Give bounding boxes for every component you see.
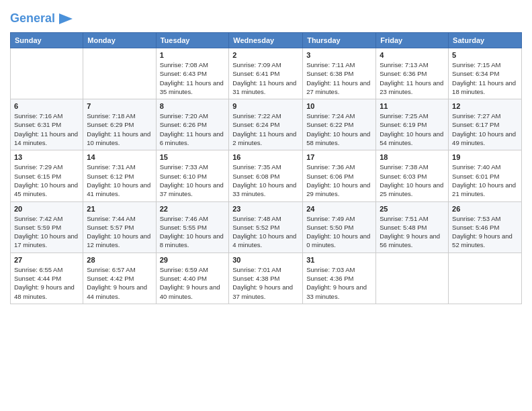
- day-info: Sunrise: 6:57 AM Sunset: 4:42 PM Dayligh…: [87, 265, 152, 301]
- day-info: Sunrise: 7:40 AM Sunset: 6:01 PM Dayligh…: [452, 163, 518, 198]
- calendar-cell: 17Sunrise: 7:36 AM Sunset: 6:06 PM Dayli…: [303, 150, 376, 201]
- day-info: Sunrise: 7:22 AM Sunset: 6:24 PM Dayligh…: [232, 111, 299, 147]
- day-info: Sunrise: 7:44 AM Sunset: 5:57 PM Dayligh…: [87, 214, 152, 250]
- calendar-cell: [376, 253, 449, 304]
- day-number: 20: [14, 205, 79, 213]
- calendar-cell: 25Sunrise: 7:51 AM Sunset: 5:48 PM Dayli…: [376, 201, 449, 253]
- day-number: 26: [452, 205, 518, 213]
- calendar-day-header: Monday: [83, 33, 156, 48]
- day-number: 4: [380, 51, 445, 59]
- day-info: Sunrise: 6:55 AM Sunset: 4:44 PM Dayligh…: [14, 265, 79, 301]
- calendar-cell: 26Sunrise: 7:53 AM Sunset: 5:46 PM Dayli…: [449, 201, 522, 253]
- calendar-cell: 12Sunrise: 7:27 AM Sunset: 6:17 PM Dayli…: [449, 99, 522, 150]
- svg-marker-0: [59, 13, 73, 24]
- calendar-cell: [83, 48, 156, 99]
- day-number: 5: [452, 51, 518, 59]
- calendar-cell: 6Sunrise: 7:16 AM Sunset: 6:31 PM Daylig…: [11, 99, 83, 150]
- day-info: Sunrise: 7:33 AM Sunset: 6:10 PM Dayligh…: [160, 163, 226, 198]
- day-info: Sunrise: 7:11 AM Sunset: 6:38 PM Dayligh…: [306, 60, 372, 96]
- calendar-cell: 23Sunrise: 7:48 AM Sunset: 5:52 PM Dayli…: [229, 201, 303, 253]
- day-number: 27: [14, 256, 79, 264]
- calendar-week-row: 6Sunrise: 7:16 AM Sunset: 6:31 PM Daylig…: [11, 99, 522, 150]
- day-info: Sunrise: 7:51 AM Sunset: 5:48 PM Dayligh…: [380, 214, 445, 250]
- day-info: Sunrise: 7:09 AM Sunset: 6:41 PM Dayligh…: [232, 60, 299, 96]
- header: General: [10, 7, 522, 28]
- calendar-week-row: 27Sunrise: 6:55 AM Sunset: 4:44 PM Dayli…: [11, 253, 522, 304]
- day-info: Sunrise: 7:03 AM Sunset: 4:36 PM Dayligh…: [306, 265, 372, 301]
- day-number: 24: [306, 205, 372, 213]
- calendar-week-row: 13Sunrise: 7:29 AM Sunset: 6:15 PM Dayli…: [11, 150, 522, 201]
- day-info: Sunrise: 7:48 AM Sunset: 5:52 PM Dayligh…: [232, 214, 299, 250]
- day-number: 22: [160, 205, 226, 213]
- calendar-cell: 21Sunrise: 7:44 AM Sunset: 5:57 PM Dayli…: [83, 201, 156, 253]
- day-info: Sunrise: 7:24 AM Sunset: 6:22 PM Dayligh…: [306, 111, 372, 147]
- day-number: 18: [380, 153, 445, 161]
- day-number: 6: [14, 102, 79, 110]
- day-info: Sunrise: 7:53 AM Sunset: 5:46 PM Dayligh…: [452, 214, 518, 250]
- day-number: 12: [452, 102, 518, 110]
- calendar-cell: 30Sunrise: 7:01 AM Sunset: 4:38 PM Dayli…: [229, 253, 303, 304]
- calendar-day-header: Sunday: [11, 33, 83, 48]
- day-number: 31: [306, 256, 372, 264]
- calendar-cell: 31Sunrise: 7:03 AM Sunset: 4:36 PM Dayli…: [303, 253, 376, 304]
- calendar-cell: 11Sunrise: 7:25 AM Sunset: 6:19 PM Dayli…: [376, 99, 449, 150]
- day-number: 11: [380, 102, 445, 110]
- calendar-cell: 28Sunrise: 6:57 AM Sunset: 4:42 PM Dayli…: [83, 253, 156, 304]
- day-info: Sunrise: 6:59 AM Sunset: 4:40 PM Dayligh…: [160, 265, 226, 301]
- logo-text: General: [10, 12, 55, 26]
- day-info: Sunrise: 7:16 AM Sunset: 6:31 PM Dayligh…: [14, 111, 79, 147]
- calendar-header-row: SundayMondayTuesdayWednesdayThursdayFrid…: [11, 33, 522, 48]
- calendar-cell: 22Sunrise: 7:46 AM Sunset: 5:55 PM Dayli…: [156, 201, 229, 253]
- day-number: 9: [232, 102, 299, 110]
- page: General SundayMondayTuesdayWednesdayThur…: [0, 0, 532, 411]
- calendar-cell: 24Sunrise: 7:49 AM Sunset: 5:50 PM Dayli…: [303, 201, 376, 253]
- day-number: 14: [87, 153, 152, 161]
- day-info: Sunrise: 7:25 AM Sunset: 6:19 PM Dayligh…: [380, 111, 445, 147]
- calendar-cell: 3Sunrise: 7:11 AM Sunset: 6:38 PM Daylig…: [303, 48, 376, 99]
- day-info: Sunrise: 7:29 AM Sunset: 6:15 PM Dayligh…: [14, 163, 79, 198]
- calendar-day-header: Saturday: [449, 33, 522, 48]
- day-number: 7: [87, 102, 152, 110]
- day-info: Sunrise: 7:38 AM Sunset: 6:03 PM Dayligh…: [380, 163, 445, 198]
- calendar-cell: 16Sunrise: 7:35 AM Sunset: 6:08 PM Dayli…: [229, 150, 303, 201]
- day-number: 29: [160, 256, 226, 264]
- calendar-cell: 10Sunrise: 7:24 AM Sunset: 6:22 PM Dayli…: [303, 99, 376, 150]
- calendar-cell: [449, 253, 522, 304]
- day-info: Sunrise: 7:42 AM Sunset: 5:59 PM Dayligh…: [14, 214, 79, 250]
- day-number: 13: [14, 153, 79, 161]
- logo-icon: [56, 9, 75, 28]
- day-info: Sunrise: 7:13 AM Sunset: 6:36 PM Dayligh…: [380, 60, 445, 96]
- calendar-cell: 1Sunrise: 7:08 AM Sunset: 6:43 PM Daylig…: [156, 48, 229, 99]
- day-info: Sunrise: 7:31 AM Sunset: 6:12 PM Dayligh…: [87, 163, 152, 198]
- day-number: 8: [160, 102, 226, 110]
- calendar-cell: 9Sunrise: 7:22 AM Sunset: 6:24 PM Daylig…: [229, 99, 303, 150]
- day-info: Sunrise: 7:15 AM Sunset: 6:34 PM Dayligh…: [452, 60, 518, 96]
- day-number: 1: [160, 51, 226, 59]
- calendar-cell: 13Sunrise: 7:29 AM Sunset: 6:15 PM Dayli…: [11, 150, 83, 201]
- calendar-cell: 14Sunrise: 7:31 AM Sunset: 6:12 PM Dayli…: [83, 150, 156, 201]
- calendar-cell: 27Sunrise: 6:55 AM Sunset: 4:44 PM Dayli…: [11, 253, 83, 304]
- day-number: 17: [306, 153, 372, 161]
- day-number: 16: [232, 153, 299, 161]
- day-info: Sunrise: 7:35 AM Sunset: 6:08 PM Dayligh…: [232, 163, 299, 198]
- calendar-day-header: Thursday: [303, 33, 376, 48]
- day-number: 28: [87, 256, 152, 264]
- day-number: 30: [232, 256, 299, 264]
- day-info: Sunrise: 7:27 AM Sunset: 6:17 PM Dayligh…: [452, 111, 518, 147]
- calendar-week-row: 1Sunrise: 7:08 AM Sunset: 6:43 PM Daylig…: [11, 48, 522, 99]
- calendar-cell: 4Sunrise: 7:13 AM Sunset: 6:36 PM Daylig…: [376, 48, 449, 99]
- calendar-table: SundayMondayTuesdayWednesdayThursdayFrid…: [10, 32, 522, 304]
- logo: General: [10, 9, 75, 28]
- day-info: Sunrise: 7:36 AM Sunset: 6:06 PM Dayligh…: [306, 163, 372, 198]
- day-info: Sunrise: 7:20 AM Sunset: 6:26 PM Dayligh…: [160, 111, 226, 147]
- day-number: 19: [452, 153, 518, 161]
- day-number: 3: [306, 51, 372, 59]
- day-number: 25: [380, 205, 445, 213]
- calendar-cell: 8Sunrise: 7:20 AM Sunset: 6:26 PM Daylig…: [156, 99, 229, 150]
- calendar-cell: [11, 48, 83, 99]
- day-number: 10: [306, 102, 372, 110]
- calendar-cell: 29Sunrise: 6:59 AM Sunset: 4:40 PM Dayli…: [156, 253, 229, 304]
- calendar-week-row: 20Sunrise: 7:42 AM Sunset: 5:59 PM Dayli…: [11, 201, 522, 253]
- day-info: Sunrise: 7:18 AM Sunset: 6:29 PM Dayligh…: [87, 111, 152, 147]
- day-number: 15: [160, 153, 226, 161]
